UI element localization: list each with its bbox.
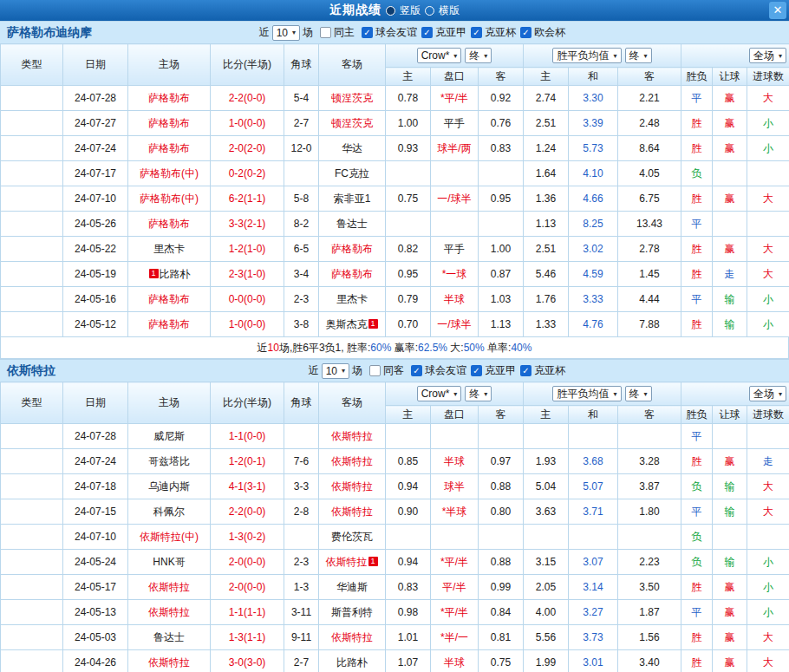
eu-away-odds: 1.45 <box>618 262 681 287</box>
home-team: 萨格勒布 <box>128 111 211 136</box>
competition-filter[interactable]: ✓球会友谊 <box>411 363 466 378</box>
away-team: FC克拉 <box>319 161 386 186</box>
handicap-result: 输 <box>713 287 747 312</box>
matches-body: 球会友谊24-07-28威尼斯1-1(0-0)依斯特拉平球会友谊24-07-24… <box>1 424 789 672</box>
competition-filter[interactable]: ✓克亚甲 <box>471 363 516 378</box>
col-home: 主场 <box>128 44 211 86</box>
match-count-select[interactable]: 10▾ <box>322 363 349 379</box>
ah-home-odds: 0.82 <box>386 237 431 262</box>
col-corner: 角球 <box>284 382 319 424</box>
checkbox-checked-icon[interactable]: ✓ <box>362 27 373 38</box>
handicap-result: 赢 <box>713 86 747 111</box>
col-type: 类型 <box>1 44 63 86</box>
away-team: 奥斯杰克1 <box>319 312 386 337</box>
col-eu-draw: 和 <box>569 68 618 86</box>
competition-badge: 球会友谊 <box>1 474 63 499</box>
match-date: 24-07-28 <box>63 424 128 449</box>
match-row: 球会友谊24-07-27萨格勒布1-0(0-0)2-7顿涅茨克1.00平手0.7… <box>1 111 789 136</box>
scope-header: 全场▾ <box>681 382 789 406</box>
matches-label: 场 <box>303 25 313 40</box>
checkbox-checked-icon[interactable]: ✓ <box>411 365 422 376</box>
goals-result <box>747 161 789 186</box>
checkbox-checked-icon[interactable]: ✓ <box>520 27 531 38</box>
checkbox-checked-icon[interactable]: ✓ <box>421 27 433 38</box>
eu-draw-odds: 3.30 <box>569 86 618 111</box>
match-row: 球会友谊24-07-24哥兹塔比1-2(0-1)7-6依斯特拉0.85半球0.9… <box>1 449 789 474</box>
final-odds-select[interactable]: 终▾ <box>465 48 492 63</box>
match-row: 克亚杯24-05-16萨格勒布0-0(0-0)2-3里杰卡0.79半球1.031… <box>1 287 789 312</box>
ah-line <box>431 424 479 449</box>
match-row: 球会友谊24-07-28威尼斯1-1(0-0)依斯特拉平 <box>1 424 789 449</box>
col-eu-home: 主 <box>524 68 569 86</box>
avg-odds-value: 胜平负均值 <box>557 387 609 401</box>
same-side-filter[interactable]: 同主 <box>320 25 355 40</box>
ah-home-odds <box>386 525 431 550</box>
ah-line <box>431 525 479 550</box>
match-count-select[interactable]: 10▾ <box>272 25 300 41</box>
match-date: 24-05-26 <box>63 212 128 237</box>
away-team: 费伦茨瓦 <box>319 525 386 550</box>
competition-filter[interactable]: ✓克亚杯 <box>520 363 565 378</box>
competition-badge: 克亚甲 <box>1 625 63 650</box>
home-team: 威尼斯 <box>128 424 211 449</box>
same-side-filter[interactable]: 同客 <box>369 363 404 378</box>
checkbox-checked-icon[interactable]: ✓ <box>471 365 482 376</box>
odds-source-select[interactable]: Crow*▾ <box>417 48 462 63</box>
ah-away-odds: 0.84 <box>479 600 524 625</box>
final-odds-select[interactable]: 终▾ <box>625 48 652 63</box>
col-date: 日期 <box>63 382 128 424</box>
col-goals: 进球数 <box>747 68 789 86</box>
avg-odds-select[interactable]: 胜平负均值▾ <box>552 386 621 401</box>
checkbox-unchecked-icon[interactable] <box>369 365 381 376</box>
ah-home-odds: 0.78 <box>386 86 431 111</box>
avg-odds-select[interactable]: 胜平负均值▾ <box>552 48 621 63</box>
scope-select[interactable]: 全场▾ <box>749 48 786 63</box>
goals-result: 大 <box>747 499 789 525</box>
competition-filter[interactable]: ✓克亚杯 <box>471 25 516 40</box>
ah-line: *半/一 <box>431 625 479 650</box>
home-team: 哥兹塔比 <box>128 449 211 474</box>
handicap-result: 赢 <box>713 111 747 136</box>
match-date: 24-07-24 <box>63 136 128 161</box>
final-odds-select[interactable]: 终▾ <box>465 386 492 401</box>
team-section-header: 依斯特拉 近 10▾ 场 同客 ✓球会友谊✓克亚甲✓克亚杯 <box>0 359 789 382</box>
odds-source-select[interactable]: Crow*▾ <box>417 386 462 401</box>
checkbox-checked-icon[interactable]: ✓ <box>520 365 531 376</box>
radio-selected-icon[interactable] <box>386 6 395 16</box>
col-result: 胜负 <box>681 68 713 86</box>
col-home: 主场 <box>128 382 211 424</box>
score: 2-2(0-0) <box>211 86 284 111</box>
competition-filter[interactable]: ✓克亚甲 <box>421 25 466 40</box>
corner-score: 7-6 <box>284 449 319 474</box>
scope-select[interactable]: 全场▾ <box>749 386 786 401</box>
match-date: 24-05-03 <box>63 625 128 650</box>
vertical-layout-option[interactable]: 竖版 <box>400 3 421 18</box>
eu-home-odds: 4.00 <box>524 600 569 625</box>
final-odds-select[interactable]: 终▾ <box>625 386 652 401</box>
goals-result: 小 <box>747 600 789 625</box>
eu-away-odds: 4.44 <box>618 287 681 312</box>
handicap-result: 赢 <box>713 575 747 600</box>
ah-away-odds: 0.81 <box>479 625 524 650</box>
close-button[interactable]: ✕ <box>769 2 786 19</box>
eu-draw-odds: 3.14 <box>569 575 618 600</box>
match-row: 克亚杯24-05-22里杰卡1-2(1-0)6-5萨格勒布0.82平手1.002… <box>1 237 789 262</box>
checkbox-checked-icon[interactable]: ✓ <box>471 27 482 38</box>
score: 0-0(0-0) <box>211 287 284 312</box>
competition-filter[interactable]: ✓球会友谊 <box>362 25 417 40</box>
horizontal-layout-option[interactable]: 横版 <box>439 3 460 18</box>
checkbox-unchecked-icon[interactable] <box>320 27 331 38</box>
goals-result: 大 <box>747 625 789 650</box>
goals-result: 小 <box>747 287 789 312</box>
goals-result: 小 <box>747 312 789 337</box>
matches-label: 场 <box>352 363 362 378</box>
competition-badge: 球会友谊 <box>1 136 63 161</box>
match-date: 24-07-17 <box>63 161 128 186</box>
same-side-label: 同客 <box>383 363 404 378</box>
summary-fragment: 近 <box>258 341 268 356</box>
competition-filter[interactable]: ✓欧会杯 <box>520 25 565 40</box>
chevron-down-icon: ▾ <box>292 29 296 36</box>
ah-away-odds: 0.87 <box>479 262 524 287</box>
ah-home-odds: 1.00 <box>386 111 431 136</box>
radio-unselected-icon[interactable] <box>425 6 434 16</box>
